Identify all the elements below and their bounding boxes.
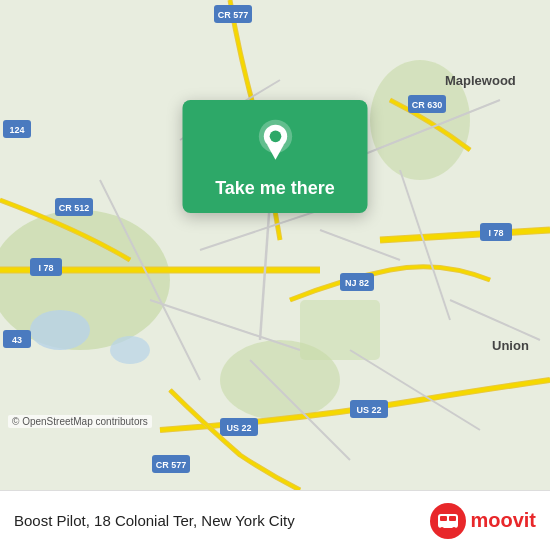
copyright-notice: © OpenStreetMap contributors — [8, 415, 152, 428]
svg-rect-53 — [449, 516, 456, 521]
svg-text:US 22: US 22 — [356, 405, 381, 415]
svg-text:CR 577: CR 577 — [218, 10, 249, 20]
svg-rect-52 — [440, 516, 447, 521]
svg-rect-4 — [300, 300, 380, 360]
bottom-bar: Boost Pilot, 18 Colonial Ter, New York C… — [0, 490, 550, 550]
svg-text:I 78: I 78 — [38, 263, 53, 273]
svg-text:Maplewood: Maplewood — [445, 73, 516, 88]
location-pin-icon — [250, 118, 300, 168]
svg-point-48 — [269, 131, 281, 143]
svg-marker-49 — [267, 145, 284, 160]
svg-text:124: 124 — [9, 125, 24, 135]
svg-point-55 — [452, 527, 456, 531]
svg-text:CR 630: CR 630 — [412, 100, 443, 110]
moovit-bus-icon — [430, 503, 466, 539]
take-me-there-label: Take me there — [215, 178, 335, 199]
moovit-logo: moovit — [430, 503, 536, 539]
svg-text:NJ 82: NJ 82 — [345, 278, 369, 288]
svg-text:CR 577: CR 577 — [156, 460, 187, 470]
map-container: I 78 I 78 US 22 US 22 CR 577 CR 577 CR 5… — [0, 0, 550, 490]
take-me-there-card[interactable]: Take me there — [183, 100, 368, 213]
svg-point-5 — [30, 310, 90, 350]
svg-point-54 — [440, 527, 444, 531]
svg-text:43: 43 — [12, 335, 22, 345]
address-label: Boost Pilot, 18 Colonial Ter, New York C… — [14, 512, 430, 529]
svg-text:I 78: I 78 — [488, 228, 503, 238]
svg-text:Union: Union — [492, 338, 529, 353]
svg-point-6 — [110, 336, 150, 364]
moovit-text: moovit — [470, 509, 536, 532]
svg-text:US 22: US 22 — [226, 423, 251, 433]
svg-text:CR 512: CR 512 — [59, 203, 90, 213]
